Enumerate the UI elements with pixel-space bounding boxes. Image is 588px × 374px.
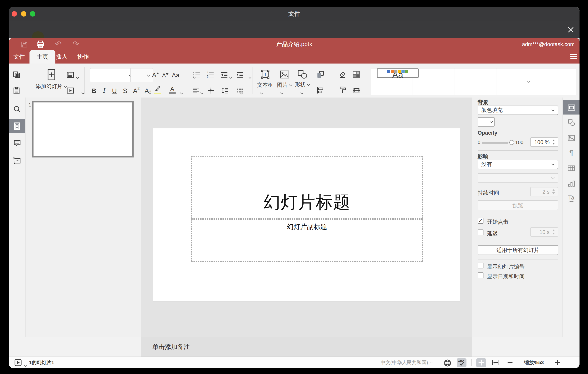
increase-indent-button[interactable]	[236, 71, 243, 78]
decrease-indent-button[interactable]	[220, 71, 228, 78]
sidebar-item-search[interactable]	[9, 102, 25, 116]
spell-check-toggle[interactable]: ABC	[457, 358, 466, 367]
opacity-min-label: 0	[478, 140, 480, 145]
sidebar-item-chart-settings[interactable]	[563, 176, 579, 191]
background-fill-select[interactable]: 颜色填充	[478, 106, 558, 115]
strikeout-button[interactable]: S	[122, 86, 128, 94]
sidebar-item-comments[interactable]	[9, 136, 25, 150]
apply-to-all-slides-button[interactable]: 适用于所有幻灯片	[478, 245, 558, 255]
sidebar-item-shape-settings[interactable]	[563, 115, 579, 130]
theme-option-selected[interactable]: Aa	[377, 68, 419, 78]
chevron-down-icon[interactable]	[229, 76, 232, 79]
slide-layout-button[interactable]	[66, 71, 74, 79]
clear-style-button[interactable]	[339, 71, 347, 78]
close-document-button[interactable]	[567, 26, 574, 33]
sidebar-item-slides[interactable]	[9, 119, 25, 133]
chevron-down-icon[interactable]	[75, 76, 79, 79]
copy-button[interactable]	[12, 71, 21, 79]
status-divider	[471, 359, 472, 366]
slide[interactable]: 幻灯片标题 幻灯片副标题	[153, 128, 460, 302]
chevron-down-icon[interactable]	[24, 364, 27, 367]
italic-button[interactable]: I	[102, 86, 106, 94]
start-slideshow-status-button[interactable]	[14, 359, 22, 366]
superscript-button[interactable]: A2	[133, 86, 140, 94]
underline-button[interactable]: U	[111, 86, 117, 94]
bullets-button[interactable]	[193, 71, 200, 78]
chevron-down-icon[interactable]	[81, 91, 85, 95]
tab-insert[interactable]: 插入	[53, 50, 70, 64]
sidebar-item-text-art-settings[interactable]: Ta	[563, 191, 579, 206]
title-placeholder[interactable]: 幻灯片标题	[191, 156, 423, 219]
columns-button[interactable]	[236, 87, 243, 94]
add-slide-button[interactable]: 添加幻灯片	[31, 67, 72, 95]
delay-checkbox[interactable]	[478, 230, 483, 235]
sidebar-item-chat[interactable]	[9, 153, 25, 167]
bold-button[interactable]: B	[91, 86, 97, 94]
font-name-select[interactable]	[90, 68, 135, 82]
highlight-color-swatch	[154, 92, 161, 94]
slide-thumbnails-panel: 1	[25, 98, 141, 337]
arrange-shape-button[interactable]	[316, 70, 325, 79]
font-color-button[interactable]: A	[169, 86, 176, 94]
opacity-spinner[interactable]: 100 %	[530, 137, 558, 147]
font-size-select[interactable]	[130, 68, 153, 82]
zoom-in-button[interactable]	[554, 359, 561, 366]
start-on-click-checkbox[interactable]: ✓	[478, 218, 483, 224]
background-color-picker[interactable]	[478, 117, 495, 127]
numbered-list-button[interactable]: 1 2 3	[206, 71, 214, 78]
increase-font-button[interactable]: A	[151, 70, 160, 79]
line-spacing-button[interactable]	[221, 87, 229, 94]
chevron-down-icon[interactable]	[200, 91, 204, 95]
show-slide-number-checkbox[interactable]	[478, 263, 483, 268]
subtitle-placeholder[interactable]: 幻灯片副标题	[191, 219, 423, 262]
window-chrome-zone	[9, 21, 579, 38]
decrease-font-button[interactable]: A	[161, 70, 170, 79]
eraser-icon	[339, 71, 346, 78]
image-button[interactable]: 图片	[276, 67, 293, 95]
theme-gallery-expand-button[interactable]	[522, 68, 535, 95]
shape-button[interactable]: 形状	[294, 67, 311, 95]
start-slideshow-button[interactable]	[66, 86, 74, 94]
language-status[interactable]: 中文(中华人民共和国)	[357, 357, 433, 368]
theme-option-blank-4[interactable]	[496, 68, 522, 95]
tab-home[interactable]: 主页	[30, 50, 55, 64]
zoom-out-button[interactable]	[506, 359, 514, 366]
theme-option-blank-3[interactable]	[454, 68, 496, 95]
text-box-button[interactable]: T 文本框	[256, 67, 274, 95]
sidebar-item-slide-settings[interactable]	[563, 100, 579, 115]
maximize-traffic-light[interactable]	[30, 11, 35, 16]
align-shape-button[interactable]	[316, 86, 324, 94]
chevron-down-icon[interactable]	[180, 91, 183, 95]
opacity-slider-handle[interactable]	[509, 140, 514, 145]
horizontal-align-button[interactable]	[192, 87, 200, 94]
change-case-button[interactable]: Aa	[171, 70, 180, 79]
fit-to-width-button[interactable]	[492, 359, 500, 366]
paste-button[interactable]	[12, 86, 21, 94]
sidebar-item-image-settings[interactable]	[563, 131, 579, 145]
vertical-align-button[interactable]	[207, 87, 214, 94]
show-date-time-checkbox[interactable]	[478, 273, 483, 278]
copy-style-button[interactable]	[339, 86, 347, 94]
notes-area[interactable]: 单击添加备注	[141, 337, 472, 357]
slide-thumbnail[interactable]	[32, 101, 134, 157]
sidebar-item-paragraph-settings[interactable]: ¶	[563, 146, 579, 160]
close-traffic-light[interactable]	[12, 11, 17, 16]
tab-file[interactable]: 文件	[11, 50, 28, 64]
spinner-arrows-icon	[552, 140, 555, 144]
sidebar-item-table-settings[interactable]	[563, 161, 579, 175]
editing-canvas: 幻灯片标题 幻灯片副标题	[141, 98, 472, 337]
minimize-traffic-light[interactable]	[21, 11, 26, 16]
theme-option-blank-2[interactable]	[412, 68, 454, 95]
chevron-down-icon[interactable]	[248, 76, 252, 79]
color-scheme-button[interactable]	[352, 70, 361, 79]
slide-size-button[interactable]	[352, 86, 361, 94]
highlight-color-button[interactable]	[154, 86, 161, 94]
set-language-button[interactable]	[443, 359, 451, 367]
opacity-slider-track[interactable]	[482, 142, 508, 143]
effect-select[interactable]: 没有	[478, 160, 558, 169]
tab-collaboration[interactable]: 协作	[75, 50, 92, 64]
menu-button[interactable]	[570, 53, 577, 59]
chevron-down-icon	[289, 83, 292, 87]
subscript-button[interactable]: A2	[144, 86, 151, 94]
fit-to-slide-button[interactable]	[476, 358, 486, 367]
